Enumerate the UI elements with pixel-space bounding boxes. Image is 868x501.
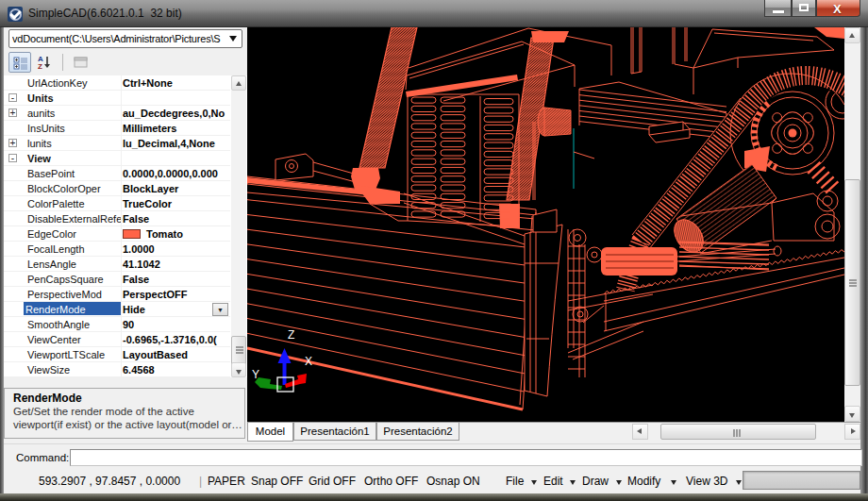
- svg-text:X: X: [305, 355, 312, 368]
- svg-text:Z: Z: [288, 328, 294, 342]
- svg-text:Z: Z: [38, 62, 42, 70]
